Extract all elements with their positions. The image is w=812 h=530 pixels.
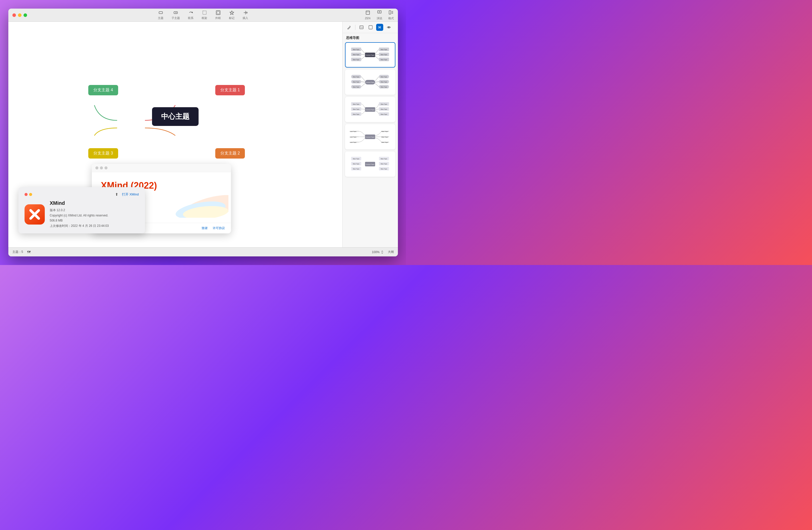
layout-card-4[interactable]: Central Topic Main Topic Main Topic Main… (345, 124, 395, 149)
svg-line-30 (361, 49, 365, 54)
toolbar-frame[interactable]: 框架 (202, 10, 207, 20)
outline-button[interactable]: 大纲 (388, 250, 394, 254)
toolbar-format[interactable]: 格式 (388, 10, 394, 20)
svg-line-22 (350, 26, 351, 27)
svg-text:Main Topic: Main Topic (353, 108, 360, 110)
branch-node-3[interactable]: 分支主题 3 (88, 148, 118, 159)
canvas-area[interactable]: 中心主题 分支主题 1 分支主题 2 分支主题 3 分支主题 4 (8, 22, 342, 247)
toolbar-zen[interactable]: ZEN (365, 10, 371, 20)
topic-icon (158, 10, 163, 16)
about-app-name: XMind (50, 200, 139, 206)
svg-line-59 (375, 77, 379, 81)
svg-text:Main Topic: Main Topic (381, 163, 387, 165)
sidebar-tool-wand[interactable] (346, 24, 353, 31)
sidebar-section-title: 思维导图 (343, 33, 398, 42)
sidebar-tool-eye[interactable] (385, 24, 392, 31)
layout-thumb-3: Central Topic Main Topic Main Topic Main… (348, 99, 393, 120)
close-button[interactable] (12, 13, 16, 17)
layout-card-1[interactable]: Central Topic Main Topic Main Topic Ma (345, 42, 395, 68)
maximize-button[interactable] (24, 13, 27, 17)
svg-line-39 (375, 49, 379, 54)
toolbar-mark[interactable]: 标记 (229, 10, 234, 20)
insert-icon (243, 10, 248, 16)
toolbar-mark-label: 标记 (229, 16, 234, 20)
svg-text:Main Topic: Main Topic (353, 86, 360, 88)
branch-node-4[interactable]: 分支主题 4 (88, 85, 118, 95)
layout-card-2[interactable]: Central Topic Main Topic Main Topic Main… (345, 70, 395, 95)
layout-preview-3: Central Topic Main Topic Main Topic Main… (349, 100, 392, 119)
svg-point-25 (388, 27, 389, 28)
svg-text:Main Topic: Main Topic (350, 136, 357, 138)
svg-text:Main Topic: Main Topic (381, 136, 388, 138)
svg-text:Main Topic: Main Topic (381, 81, 387, 83)
toolbar-outer[interactable]: 外框 (215, 10, 221, 20)
toolbar-subtopic[interactable]: 子主题 (172, 10, 180, 20)
svg-text:Main Topic: Main Topic (381, 131, 388, 132)
central-topic-node[interactable]: 中心主题 (152, 107, 199, 126)
svg-line-42 (375, 54, 379, 55)
minimap-icon[interactable]: 🗺 (27, 250, 31, 254)
branch-node-1[interactable]: 分支主题 1 (215, 85, 245, 95)
svg-rect-4 (216, 11, 220, 15)
svg-marker-12 (379, 11, 380, 12)
toolbar-frame-label: 框架 (202, 16, 207, 20)
svg-text:Main Topic: Main Topic (381, 168, 387, 170)
svg-text:Main Topic: Main Topic (353, 163, 360, 165)
about-app-icon (25, 204, 45, 224)
svg-text:Main Topic: Main Topic (353, 158, 360, 160)
splash-tl1[interactable] (96, 166, 98, 170)
toolbar-center: 主题 子主题 联系 框架 (158, 10, 248, 20)
layout-thumb-2: Central Topic Main Topic Main Topic Main… (348, 72, 393, 92)
toolbar-insert[interactable]: 插入 (243, 10, 248, 20)
about-open-btn[interactable]: 打开 XMind (122, 192, 139, 197)
zoom-arrows-icon (381, 251, 384, 254)
outer-icon (216, 10, 220, 16)
sidebar-tool-mindmap[interactable]: 3€ (376, 24, 383, 31)
central-topic-text: 中心主题 (161, 113, 189, 120)
bottom-bar: 主题：5 🗺 100% 大纲 (8, 247, 398, 256)
minimize-button[interactable] (18, 13, 21, 17)
svg-line-50 (361, 77, 365, 81)
toolbar-format-label: 格式 (388, 16, 394, 20)
branch-node-2[interactable]: 分支主题 2 (215, 148, 245, 159)
toolbar-subtopic-label: 子主题 (172, 16, 180, 20)
present-icon (377, 10, 382, 16)
svg-text:Main Topic: Main Topic (353, 103, 360, 105)
sidebar-tool-image[interactable] (358, 24, 365, 31)
layout-card-3[interactable]: Central Topic Main Topic Main Topic Main… (345, 97, 395, 122)
about-close[interactable] (25, 193, 28, 196)
svg-text:Main Topic: Main Topic (381, 86, 387, 88)
splash-tl3[interactable] (104, 166, 107, 170)
svg-text:Main Topic: Main Topic (381, 103, 387, 105)
toolbar-right: ZEN 演说 格式 (365, 10, 394, 20)
svg-rect-3 (203, 11, 206, 14)
svg-text:Main Topic: Main Topic (353, 114, 360, 115)
svg-rect-24 (369, 26, 372, 29)
toolbar-topic[interactable]: 主题 (158, 10, 163, 20)
toolbar-present[interactable]: 演说 (377, 10, 382, 20)
svg-text:Central Topic: Central Topic (366, 136, 375, 138)
layout-thumb-5: Central Topic Main Topic Main Topic Main… (348, 154, 393, 174)
svg-text:Central Topic: Central Topic (366, 164, 375, 165)
frame-icon (202, 10, 207, 16)
sidebar-tool-shape[interactable] (367, 24, 374, 31)
toolbar-connect-label: 联系 (188, 16, 193, 20)
svg-text:Main Topic: Main Topic (381, 108, 387, 110)
splash-header (92, 164, 231, 172)
svg-line-45 (375, 56, 379, 59)
branch-3-text: 分支主题 3 (93, 151, 113, 155)
main-area: 中心主题 分支主题 1 分支主题 2 分支主题 3 分支主题 4 (8, 22, 398, 247)
splash-decoration (173, 190, 229, 218)
splash-thanks-link[interactable]: 致谢 (202, 226, 208, 230)
about-share-icon[interactable]: ⬆ (115, 192, 118, 197)
svg-line-62 (375, 82, 379, 82)
format-icon (389, 10, 393, 16)
toolbar-connect[interactable]: 联系 (188, 10, 193, 20)
splash-license-link[interactable]: 许可协议 (213, 226, 225, 230)
splash-tl2[interactable] (100, 166, 103, 170)
layout-card-5[interactable]: Central Topic Main Topic Main Topic Main… (345, 151, 395, 177)
mindmap-icon-text: 3€ (378, 26, 381, 29)
zoom-control[interactable]: 100% (372, 250, 384, 254)
right-sidebar: 3€ 思维导图 Central Topic (342, 22, 398, 247)
about-min[interactable] (29, 193, 32, 196)
